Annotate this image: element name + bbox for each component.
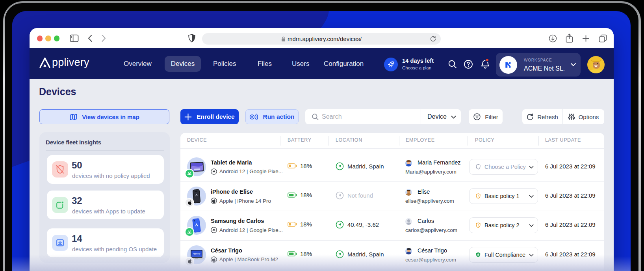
svg-text:Applivery: Applivery [193,253,200,255]
